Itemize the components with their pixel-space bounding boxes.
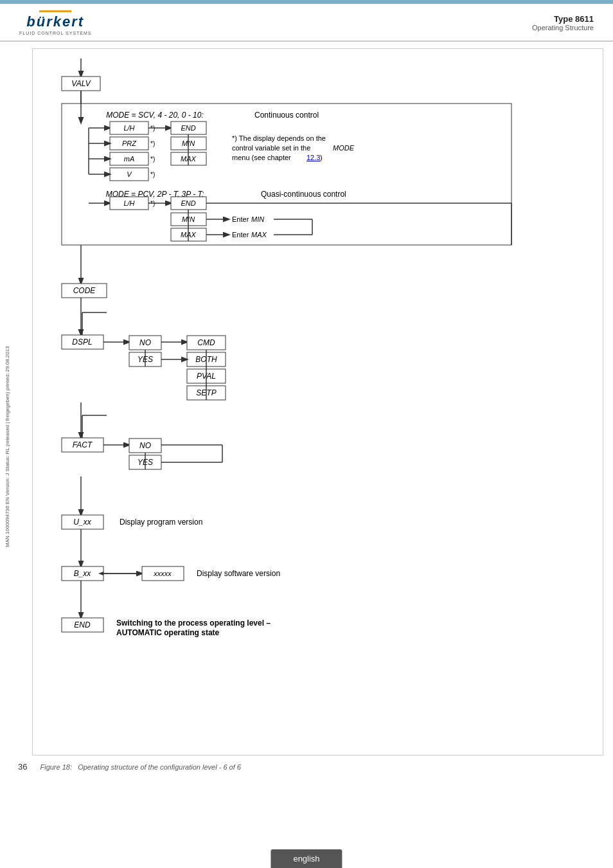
figure-label: Figure 18: — [40, 763, 72, 771]
bxx-desc: Display software version — [197, 569, 280, 578]
type-label: Type 8611 — [532, 14, 594, 24]
end2-label: END — [181, 199, 195, 207]
cmd-label: CMD — [197, 338, 215, 347]
header: bürkert FLUID CONTROL SYSTEMS Type 8611 … — [0, 0, 613, 42]
no2-label: NO — [139, 441, 151, 450]
fact-label: FACT — [73, 440, 93, 449]
header-top-bar — [0, 0, 613, 4]
mode-scv-desc: Continuous control — [254, 111, 319, 120]
enter-min-italic: MIN — [251, 215, 264, 223]
mode-pcv-desc: Quasi-continuous control — [261, 190, 346, 199]
lh1-label: L/H — [123, 124, 134, 132]
end-final-desc2: AUTOMATIC operating state — [116, 628, 220, 637]
note-mode: MODE — [333, 144, 355, 152]
header-right: Type 8611 Operating Structure — [532, 14, 594, 32]
ma-label: mA — [124, 155, 135, 163]
enter-max-italic: MAX — [251, 231, 267, 239]
logo-area: bürkert FLUID CONTROL SYSTEMS — [19, 10, 92, 35]
no1-label: NO — [139, 338, 151, 347]
bxx-label: B_xx — [74, 569, 92, 578]
figure-caption: Figure 18: Operating structure of the co… — [40, 763, 240, 771]
xxxxx-label: xxxxx — [153, 570, 172, 577]
page-number: 36 — [18, 762, 27, 772]
sidebar-text: MAN 1000094736 EN Version: J Status: RL … — [0, 77, 14, 817]
prz-label: PRZ — [122, 140, 137, 147]
note3: menu (see chapter — [232, 154, 291, 161]
diagram-svg: VALV MODE = SCV, 4 - 20, 0 - 10: Continu… — [42, 59, 601, 740]
star4: *) — [150, 171, 155, 178]
star3: *) — [150, 156, 155, 163]
code-label: CODE — [73, 286, 96, 295]
diagram-container: VALV MODE = SCV, 4 - 20, 0 - 10: Continu… — [32, 48, 603, 755]
logo-subtitle: FLUID CONTROL SYSTEMS — [19, 31, 92, 35]
logo-burkert: bürkert — [26, 14, 84, 30]
enter-max: Enter — [232, 231, 249, 239]
mode-scv-label: MODE = SCV, 4 - 20, 0 - 10: — [106, 111, 204, 120]
end-final-desc1: Switching to the process operating level… — [116, 619, 271, 628]
valv-label: VALV — [71, 79, 91, 88]
enter-min: Enter — [232, 215, 249, 223]
note1: *) The display depends on the — [232, 134, 326, 142]
logo-bar — [39, 10, 71, 12]
figure-text: Operating structure of the configuration… — [78, 763, 241, 771]
dspl-label: DSPL — [72, 338, 92, 347]
lh2-label: L/H — [123, 199, 134, 207]
end1-label: END — [181, 124, 195, 132]
star2: *) — [150, 140, 155, 147]
end-final-label: END — [74, 620, 91, 629]
language-button[interactable]: english — [271, 849, 342, 868]
ch-ref[interactable]: 12.3 — [306, 154, 320, 161]
uxx-label: U_xx — [73, 518, 91, 527]
note3b: ) — [320, 154, 323, 161]
sub-label: Operating Structure — [532, 24, 594, 32]
note2: control variable set in the — [232, 144, 310, 152]
uxx-desc: Display program version — [120, 518, 202, 527]
